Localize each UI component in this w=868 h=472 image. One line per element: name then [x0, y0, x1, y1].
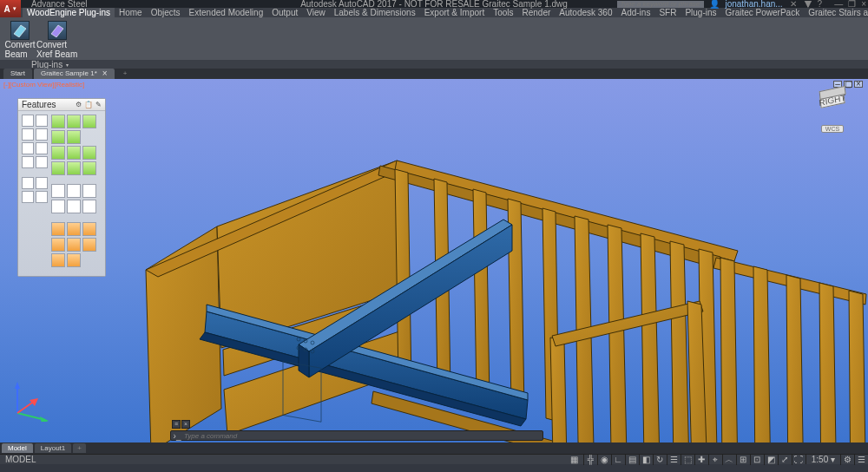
feature-tool[interactable] — [36, 191, 48, 203]
status-toggle-button[interactable]: ╬ — [583, 455, 597, 465]
ribbon-tab[interactable]: SFR — [654, 8, 681, 17]
ribbon-tab[interactable]: Tools — [489, 8, 517, 17]
ribbon-tab[interactable]: Home — [115, 8, 147, 17]
ribbon-tab[interactable]: Graitec PowerPack — [721, 8, 805, 17]
feature-tool[interactable] — [51, 184, 65, 198]
new-document-button[interactable]: + — [116, 69, 130, 79]
status-toggle-button[interactable]: ↻ — [653, 455, 667, 465]
convert-beam-button[interactable]: Convert Beam — [7, 21, 33, 59]
status-toggle-button[interactable]: ◧ — [639, 455, 653, 465]
feature-tool[interactable] — [67, 184, 81, 198]
ribbon-tab[interactable]: Add-ins — [617, 8, 655, 17]
feature-tool[interactable] — [22, 191, 34, 203]
layout-tab[interactable]: Model — [2, 443, 33, 453]
ribbon-tab[interactable]: View — [302, 8, 330, 17]
annotation-scale-button[interactable]: 1:50 ▾ — [806, 455, 840, 464]
ribbon-tab[interactable]: Output — [267, 8, 302, 17]
model-space-button[interactable]: MODEL — [0, 455, 42, 465]
status-toggle-button[interactable]: ◩ — [764, 455, 778, 465]
status-toggle-button[interactable]: ︿ — [722, 455, 736, 465]
model-viewport[interactable]: [-][Custom View][Realistic] – ▢ × RIGHT … — [0, 79, 868, 442]
feature-tool[interactable] — [51, 253, 65, 267]
feature-tool[interactable] — [82, 200, 96, 213]
feature-tool[interactable] — [51, 238, 65, 252]
feature-tool[interactable] — [82, 115, 96, 128]
document-tab[interactable]: Start — [3, 69, 32, 79]
document-tab[interactable]: Graitec Sample 1* × — [34, 69, 115, 79]
clipboard-icon[interactable]: 📋 — [84, 101, 93, 108]
ribbon-tab[interactable]: Autodesk 360 — [555, 8, 616, 17]
ribbon-tab[interactable]: Graitec Stairs and Railings — [804, 8, 868, 17]
features-palette[interactable]: Features ⚙ 📋 ✎ — [17, 98, 106, 277]
feature-tool[interactable] — [67, 130, 81, 144]
signin-icon[interactable]: 👤 — [709, 0, 720, 9]
new-layout-button[interactable]: + — [73, 443, 86, 453]
convert-xref-beam-button[interactable]: Convert Xref Beam — [36, 21, 78, 59]
feature-tool[interactable] — [51, 130, 65, 144]
status-toggle-button[interactable]: ⬚ — [681, 455, 694, 465]
window-restore-button[interactable]: ❐ — [848, 0, 856, 9]
feature-tool[interactable] — [82, 184, 96, 198]
edit-icon[interactable]: ✎ — [95, 101, 102, 108]
close-icon[interactable]: × — [102, 69, 108, 79]
features-palette-header[interactable]: Features ⚙ 📋 ✎ — [18, 99, 105, 111]
feature-tool[interactable] — [67, 161, 81, 175]
feature-tool[interactable] — [36, 156, 48, 168]
status-toggle-button[interactable]: ◉ — [597, 455, 611, 465]
help-dropdown-icon[interactable]: ⯆ — [804, 0, 812, 9]
help-icon[interactable]: ? — [818, 0, 823, 9]
exchange-icon[interactable]: ✕ — [790, 0, 797, 9]
command-input[interactable] — [181, 432, 541, 440]
status-toggle-button[interactable]: ✚ — [694, 455, 708, 465]
feature-tool[interactable] — [36, 142, 48, 154]
status-toggle-button[interactable]: ☰ — [667, 455, 681, 465]
feature-tool[interactable] — [67, 238, 81, 252]
feature-tool[interactable] — [36, 177, 48, 189]
status-toggle-button[interactable]: ⊞ — [736, 455, 750, 465]
user-name[interactable]: jonathan.han... — [725, 0, 782, 9]
status-toggle-button[interactable]: ▦ — [565, 455, 583, 465]
cmdline-close-icon[interactable]: × — [181, 420, 190, 429]
feature-tool[interactable] — [22, 128, 34, 141]
window-minimize-button[interactable]: — — [834, 0, 843, 9]
cmdline-recent-icon[interactable]: ≡ — [172, 420, 181, 429]
help-search-input[interactable] — [617, 1, 704, 8]
feature-tool[interactable] — [67, 253, 81, 267]
feature-tool[interactable] — [36, 115, 48, 127]
feature-tool[interactable] — [51, 161, 65, 175]
feature-tool[interactable] — [22, 156, 34, 168]
feature-tool[interactable] — [67, 115, 81, 128]
status-toggle-button[interactable]: ∟ — [611, 455, 625, 465]
customization-button[interactable]: ☰ — [854, 455, 868, 465]
ribbon-tab[interactable]: Objects — [147, 8, 185, 17]
ribbon-tab[interactable]: Export & Import — [420, 8, 489, 17]
ribbon-tab[interactable]: Render — [518, 8, 556, 17]
ribbon-tab[interactable]: WoodEngine Plug-ins — [23, 8, 115, 17]
feature-tool[interactable] — [51, 115, 65, 128]
feature-tool[interactable] — [67, 146, 81, 160]
status-toggle-button[interactable]: ⛶ — [792, 455, 806, 465]
feature-tool[interactable] — [67, 222, 81, 236]
feature-tool[interactable] — [22, 142, 34, 154]
chevron-down-icon[interactable]: ▾ — [66, 62, 69, 68]
feature-tool[interactable] — [82, 222, 96, 236]
status-toggle-button[interactable]: ⤢ — [778, 455, 792, 465]
gear-icon[interactable]: ⚙ — [76, 101, 82, 108]
window-close-button[interactable]: × — [861, 0, 866, 9]
status-toggle-button[interactable]: ⊡ — [750, 455, 764, 465]
layout-tab[interactable]: Layout1 — [35, 443, 71, 453]
feature-tool[interactable] — [22, 177, 34, 189]
feature-tool[interactable] — [82, 161, 96, 175]
workspace-gear-button[interactable]: ⚙ — [840, 455, 854, 465]
feature-tool[interactable] — [82, 238, 96, 252]
feature-tool[interactable] — [51, 200, 65, 213]
ribbon-tab[interactable]: Labels & Dimensions — [330, 8, 420, 17]
feature-tool[interactable] — [67, 200, 81, 213]
status-toggle-button[interactable]: ⌖ — [708, 455, 722, 465]
feature-tool[interactable] — [51, 222, 65, 236]
ribbon-tab[interactable]: Extended Modeling — [185, 8, 268, 17]
feature-tool[interactable] — [82, 146, 96, 160]
status-toggle-button[interactable]: ▤ — [625, 455, 639, 465]
ribbon-tab[interactable]: Plug-ins — [681, 8, 720, 17]
feature-tool[interactable] — [51, 146, 65, 160]
